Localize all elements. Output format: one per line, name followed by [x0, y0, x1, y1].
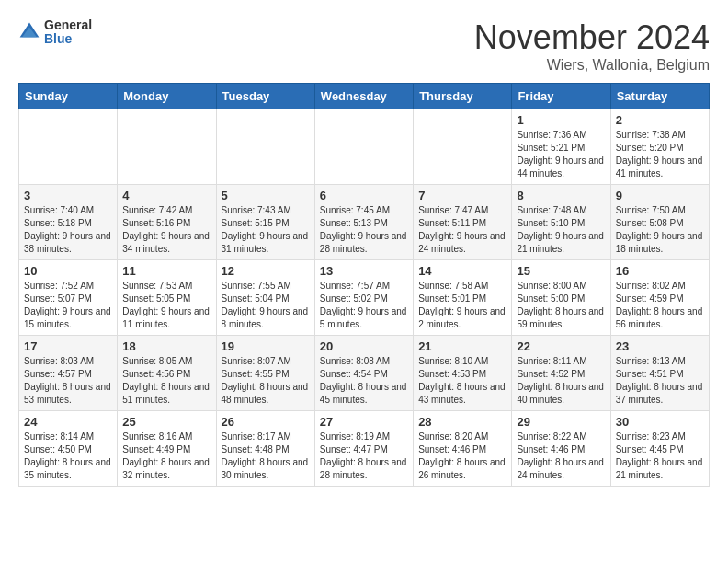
day-number: 23: [616, 339, 704, 353]
day-cell: [414, 109, 512, 185]
day-number: 13: [320, 264, 408, 278]
day-cell: 23Sunrise: 8:13 AM Sunset: 4:51 PM Dayli…: [610, 336, 709, 411]
day-number: 6: [320, 189, 408, 202]
day-cell: 18Sunrise: 8:05 AM Sunset: 4:56 PM Dayli…: [118, 336, 216, 411]
logo: General Blue: [18, 18, 92, 47]
calendar-header: SundayMondayTuesdayWednesdayThursdayFrid…: [19, 84, 710, 109]
header-friday: Friday: [512, 84, 610, 109]
day-info: Sunrise: 8:17 AM Sunset: 4:48 PM Dayligh…: [222, 431, 310, 482]
title-section: November 2024 Wiers, Wallonia, Belgium: [474, 18, 710, 74]
day-info: Sunrise: 8:02 AM Sunset: 4:59 PM Dayligh…: [616, 280, 704, 331]
day-info: Sunrise: 7:40 AM Sunset: 5:18 PM Dayligh…: [24, 204, 112, 256]
day-cell: 4Sunrise: 7:42 AM Sunset: 5:16 PM Daylig…: [118, 185, 216, 260]
day-info: Sunrise: 7:48 AM Sunset: 5:10 PM Dayligh…: [517, 204, 605, 256]
day-info: Sunrise: 8:14 AM Sunset: 4:50 PM Dayligh…: [24, 431, 112, 482]
day-cell: [118, 109, 216, 185]
week-row-3: 10Sunrise: 7:52 AM Sunset: 5:07 PM Dayli…: [19, 260, 710, 336]
day-info: Sunrise: 7:58 AM Sunset: 5:01 PM Dayligh…: [418, 280, 506, 331]
day-cell: 30Sunrise: 8:23 AM Sunset: 4:45 PM Dayli…: [610, 411, 709, 487]
day-info: Sunrise: 7:45 AM Sunset: 5:13 PM Dayligh…: [320, 204, 408, 256]
header-row: SundayMondayTuesdayWednesdayThursdayFrid…: [19, 84, 710, 109]
week-row-1: 1Sunrise: 7:36 AM Sunset: 5:21 PM Daylig…: [19, 109, 710, 185]
day-cell: 21Sunrise: 8:10 AM Sunset: 4:53 PM Dayli…: [414, 336, 512, 411]
day-cell: 25Sunrise: 8:16 AM Sunset: 4:49 PM Dayli…: [118, 411, 216, 487]
day-info: Sunrise: 8:20 AM Sunset: 4:46 PM Dayligh…: [418, 431, 506, 482]
day-number: 3: [24, 189, 112, 202]
day-number: 29: [517, 415, 605, 429]
day-cell: 5Sunrise: 7:43 AM Sunset: 5:15 PM Daylig…: [216, 185, 314, 260]
day-cell: 17Sunrise: 8:03 AM Sunset: 4:57 PM Dayli…: [19, 336, 118, 411]
day-number: 16: [616, 264, 704, 278]
week-row-5: 24Sunrise: 8:14 AM Sunset: 4:50 PM Dayli…: [19, 411, 710, 487]
day-number: 11: [122, 264, 210, 278]
header-sunday: Sunday: [19, 84, 118, 109]
day-info: Sunrise: 8:07 AM Sunset: 4:55 PM Dayligh…: [222, 355, 310, 407]
day-info: Sunrise: 7:50 AM Sunset: 5:08 PM Dayligh…: [616, 204, 704, 256]
day-number: 8: [517, 189, 605, 202]
day-number: 9: [616, 189, 704, 202]
day-info: Sunrise: 8:05 AM Sunset: 4:56 PM Dayligh…: [122, 355, 210, 407]
day-cell: 13Sunrise: 7:57 AM Sunset: 5:02 PM Dayli…: [314, 260, 413, 336]
day-info: Sunrise: 7:55 AM Sunset: 5:04 PM Dayligh…: [222, 280, 310, 331]
day-number: 4: [122, 189, 210, 202]
day-info: Sunrise: 8:19 AM Sunset: 4:47 PM Dayligh…: [320, 431, 408, 482]
day-info: Sunrise: 7:47 AM Sunset: 5:11 PM Dayligh…: [418, 204, 506, 256]
day-number: 14: [418, 264, 506, 278]
header-monday: Monday: [118, 84, 216, 109]
week-row-4: 17Sunrise: 8:03 AM Sunset: 4:57 PM Dayli…: [19, 336, 710, 411]
day-info: Sunrise: 7:52 AM Sunset: 5:07 PM Dayligh…: [24, 280, 112, 331]
day-info: Sunrise: 8:11 AM Sunset: 4:52 PM Dayligh…: [517, 355, 605, 407]
day-cell: 20Sunrise: 8:08 AM Sunset: 4:54 PM Dayli…: [314, 336, 413, 411]
month-title: November 2024: [474, 18, 710, 57]
day-info: Sunrise: 7:42 AM Sunset: 5:16 PM Dayligh…: [122, 204, 210, 256]
day-info: Sunrise: 8:23 AM Sunset: 4:45 PM Dayligh…: [616, 431, 704, 482]
day-cell: [216, 109, 314, 185]
day-info: Sunrise: 7:38 AM Sunset: 5:20 PM Dayligh…: [616, 129, 704, 180]
day-info: Sunrise: 8:00 AM Sunset: 5:00 PM Dayligh…: [517, 280, 605, 331]
day-number: 7: [418, 189, 506, 202]
day-cell: 28Sunrise: 8:20 AM Sunset: 4:46 PM Dayli…: [414, 411, 512, 487]
day-info: Sunrise: 8:16 AM Sunset: 4:49 PM Dayligh…: [122, 431, 210, 482]
day-info: Sunrise: 8:13 AM Sunset: 4:51 PM Dayligh…: [616, 355, 704, 407]
day-number: 22: [517, 339, 605, 353]
day-number: 20: [320, 339, 408, 353]
week-row-2: 3Sunrise: 7:40 AM Sunset: 5:18 PM Daylig…: [19, 185, 710, 260]
day-info: Sunrise: 7:36 AM Sunset: 5:21 PM Dayligh…: [517, 129, 605, 180]
day-info: Sunrise: 8:10 AM Sunset: 4:53 PM Dayligh…: [418, 355, 506, 407]
day-cell: 3Sunrise: 7:40 AM Sunset: 5:18 PM Daylig…: [19, 185, 118, 260]
day-number: 1: [517, 113, 605, 127]
day-number: 25: [122, 415, 210, 429]
day-number: 30: [616, 415, 704, 429]
day-cell: 2Sunrise: 7:38 AM Sunset: 5:20 PM Daylig…: [610, 109, 709, 185]
day-number: 12: [222, 264, 310, 278]
day-cell: 14Sunrise: 7:58 AM Sunset: 5:01 PM Dayli…: [414, 260, 512, 336]
day-cell: 15Sunrise: 8:00 AM Sunset: 5:00 PM Dayli…: [512, 260, 610, 336]
day-cell: [314, 109, 413, 185]
day-cell: 6Sunrise: 7:45 AM Sunset: 5:13 PM Daylig…: [314, 185, 413, 260]
location-title: Wiers, Wallonia, Belgium: [474, 57, 710, 74]
day-cell: [19, 109, 118, 185]
day-cell: 12Sunrise: 7:55 AM Sunset: 5:04 PM Dayli…: [216, 260, 314, 336]
logo-text: General Blue: [44, 18, 92, 47]
day-cell: 29Sunrise: 8:22 AM Sunset: 4:46 PM Dayli…: [512, 411, 610, 487]
day-cell: 27Sunrise: 8:19 AM Sunset: 4:47 PM Dayli…: [314, 411, 413, 487]
day-number: 17: [24, 339, 112, 353]
day-number: 19: [222, 339, 310, 353]
day-number: 18: [122, 339, 210, 353]
day-cell: 11Sunrise: 7:53 AM Sunset: 5:05 PM Dayli…: [118, 260, 216, 336]
day-number: 21: [418, 339, 506, 353]
day-number: 15: [517, 264, 605, 278]
day-cell: 22Sunrise: 8:11 AM Sunset: 4:52 PM Dayli…: [512, 336, 610, 411]
day-info: Sunrise: 8:22 AM Sunset: 4:46 PM Dayligh…: [517, 431, 605, 482]
day-number: 10: [24, 264, 112, 278]
header-tuesday: Tuesday: [216, 84, 314, 109]
day-cell: 24Sunrise: 8:14 AM Sunset: 4:50 PM Dayli…: [19, 411, 118, 487]
day-number: 26: [222, 415, 310, 429]
header-wednesday: Wednesday: [314, 84, 413, 109]
day-cell: 7Sunrise: 7:47 AM Sunset: 5:11 PM Daylig…: [414, 185, 512, 260]
day-info: Sunrise: 8:03 AM Sunset: 4:57 PM Dayligh…: [24, 355, 112, 407]
day-cell: 9Sunrise: 7:50 AM Sunset: 5:08 PM Daylig…: [610, 185, 709, 260]
logo-icon: [18, 21, 40, 43]
day-number: 2: [616, 113, 704, 127]
calendar-table: SundayMondayTuesdayWednesdayThursdayFrid…: [18, 83, 710, 487]
